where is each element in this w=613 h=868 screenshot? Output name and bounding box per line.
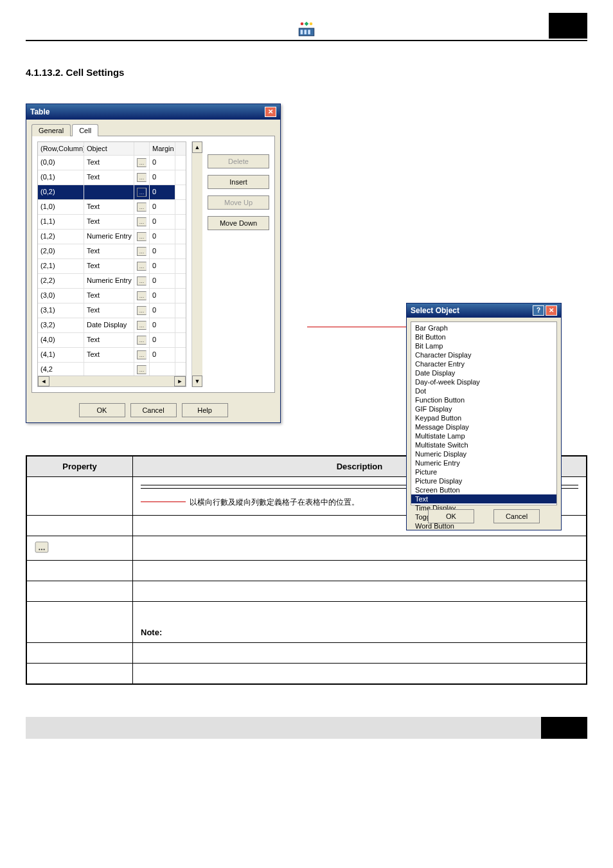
cell-margin: 0	[150, 318, 175, 332]
cell-rowcol: (2,0)	[38, 244, 84, 258]
list-item[interactable]: Message Display	[411, 422, 556, 431]
cell-browse-button[interactable]: …	[134, 185, 150, 199]
cell-rowcol: (0,0)	[38, 156, 84, 170]
tab-general[interactable]: General	[31, 124, 71, 136]
list-item[interactable]: Bit Button	[411, 332, 556, 341]
grid-vscroll[interactable]: ▲ ▼	[191, 141, 202, 387]
grid-row[interactable]: (3,1)Text…0	[38, 303, 186, 318]
cell-rowcol: (3,1)	[38, 303, 84, 318]
grid-row[interactable]: (1,0)Text…0	[38, 200, 186, 215]
movedown-button[interactable]: Move Down	[208, 216, 269, 230]
scroll-up-icon[interactable]: ▲	[192, 141, 202, 153]
cell-browse-button[interactable]: …	[134, 333, 150, 347]
grid-row[interactable]: (2,0)Text…0	[38, 244, 186, 259]
cell-margin: 0	[150, 348, 175, 362]
cell-margin: 0	[150, 289, 175, 303]
cell-browse-button[interactable]: …	[134, 289, 150, 303]
cell-object: Text	[84, 170, 134, 185]
svg-rect-5	[305, 22, 309, 26]
list-item[interactable]: Picture	[411, 467, 556, 476]
grid-row[interactable]: (3,2)Date Display…0	[38, 318, 186, 333]
svg-rect-7	[35, 542, 48, 552]
scroll-right-icon[interactable]: ►	[174, 376, 186, 386]
grid-row[interactable]: (2,2)Numeric Entry…0	[38, 274, 186, 289]
delete-button[interactable]: Delete	[208, 154, 269, 168]
help-icon[interactable]: ?	[533, 305, 544, 316]
grid-row[interactable]: (0,1)Text…0	[38, 170, 186, 185]
cell-object: Text	[84, 200, 134, 214]
tab-body: (Row,Column) Object Margin (0,0)Text…0(0…	[31, 136, 275, 393]
list-item[interactable]: Screen Button	[411, 485, 556, 494]
cell-margin: 0	[150, 274, 175, 288]
ok-button[interactable]: OK	[428, 509, 474, 523]
cell-browse-button[interactable]: …	[134, 348, 150, 362]
cancel-button[interactable]: Cancel	[130, 403, 177, 417]
grid-row[interactable]: (2,1)Text…0	[38, 259, 186, 274]
grid-row[interactable]: (0,2)…0	[38, 185, 186, 200]
close-icon[interactable]: ✕	[546, 305, 557, 316]
cell-browse-button[interactable]: …	[134, 363, 150, 375]
list-item[interactable]: Bar Graph	[411, 323, 556, 332]
table-row	[26, 560, 587, 581]
close-icon[interactable]: ✕	[265, 107, 276, 117]
list-item[interactable]: GIF Display	[411, 404, 556, 413]
cell-object: Text	[84, 215, 134, 229]
moveup-button[interactable]: Move Up	[208, 195, 269, 210]
list-item[interactable]: Bit Lamp	[411, 341, 556, 350]
help-button[interactable]: Help	[182, 403, 228, 417]
cell-browse-button[interactable]: …	[134, 230, 150, 244]
cell-object: Text	[84, 348, 134, 362]
list-item[interactable]: Date Display	[411, 368, 556, 377]
cell-rowcol: (1,2)	[38, 230, 84, 244]
cell-browse-button[interactable]: …	[134, 318, 150, 332]
cell-browse-button[interactable]: …	[134, 200, 150, 214]
cell-margin: 0	[150, 215, 175, 229]
cell-browse-button[interactable]: …	[134, 274, 150, 288]
scroll-down-icon[interactable]: ▼	[192, 375, 202, 387]
description-cell	[133, 560, 587, 581]
list-item[interactable]: Function Button	[411, 395, 556, 404]
property-header: Property	[26, 456, 133, 477]
list-item[interactable]: Numeric Display	[411, 449, 556, 458]
list-item[interactable]: Numeric Entry	[411, 458, 556, 467]
cancel-button[interactable]: Cancel	[493, 509, 540, 523]
cell-browse-button[interactable]: …	[134, 156, 150, 170]
list-item[interactable]: Character Display	[411, 350, 556, 359]
tab-cell[interactable]: Cell	[72, 124, 98, 136]
insert-button[interactable]: Insert	[208, 175, 269, 189]
list-item[interactable]: Keypad Button	[411, 413, 556, 422]
list-item[interactable]: Picture Display	[411, 476, 556, 485]
object-listbox[interactable]: Bar GraphBit ButtonBit LampCharacter Dis…	[411, 321, 557, 505]
cell-browse-button[interactable]: …	[134, 170, 150, 185]
grid-row[interactable]: (4,2…	[38, 363, 186, 375]
cell-margin: 0	[150, 259, 175, 273]
cell-browse-button[interactable]: …	[134, 259, 150, 273]
svg-rect-1	[301, 30, 303, 34]
cell-margin: 0	[150, 230, 175, 244]
grid-row[interactable]: (0,0)Text…0	[38, 156, 186, 170]
dialog-title: Table	[30, 107, 49, 116]
grid-row[interactable]: (4,1)Text…0	[38, 348, 186, 363]
list-item[interactable]: Multistate Lamp	[411, 431, 556, 440]
cell-object: Date Display	[84, 318, 134, 332]
ok-button[interactable]: OK	[79, 403, 125, 417]
svg-rect-3	[308, 30, 310, 34]
grid-row[interactable]: (1,2)Numeric Entry…0	[38, 230, 186, 244]
cell-browse-button[interactable]: …	[134, 215, 150, 229]
grid-row[interactable]: (1,1)Text…0	[38, 215, 186, 230]
table-row	[26, 663, 587, 684]
property-cell	[26, 581, 133, 601]
grid-row[interactable]: (3,0)Text…0	[38, 289, 186, 303]
list-item[interactable]: Text	[411, 494, 556, 503]
grid-hscroll[interactable]: ◄ ►	[38, 375, 186, 386]
grid-row[interactable]: (4,0)Text…0	[38, 333, 186, 348]
cell-margin: 0	[150, 185, 175, 199]
list-item[interactable]: Multistate Switch	[411, 440, 556, 449]
cell-browse-button[interactable]: …	[134, 244, 150, 258]
list-item[interactable]: Dot	[411, 386, 556, 395]
cell-browse-button[interactable]: …	[134, 303, 150, 318]
scroll-left-icon[interactable]: ◄	[38, 376, 49, 386]
list-item[interactable]: Character Entry	[411, 359, 556, 368]
list-item[interactable]: Day-of-week Display	[411, 377, 556, 386]
cell-margin: 0	[150, 200, 175, 214]
